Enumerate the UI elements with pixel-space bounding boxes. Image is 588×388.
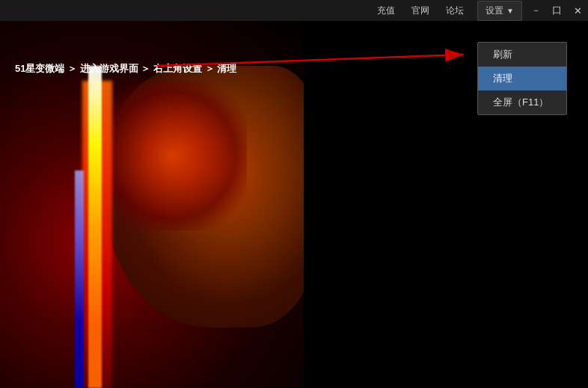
close-button[interactable]: ✕: [567, 0, 588, 21]
titlebar: 充值 官网 论坛 设置 ▼ － 口 ✕: [0, 0, 588, 21]
settings-button[interactable]: 设置 ▼: [477, 1, 522, 21]
titlebar-nav: 充值 官网 论坛: [370, 1, 471, 20]
annotation-label: 51星变微端 ＞ 进入游戏界面 ＞ 右上角设置 ＞ 清理: [15, 62, 236, 76]
settings-label: 设置: [486, 4, 503, 17]
nav-forum[interactable]: 论坛: [438, 1, 471, 20]
dropdown-item-clear[interactable]: 清理: [478, 67, 566, 90]
lava-crack: [97, 81, 247, 230]
restore-button[interactable]: 口: [546, 0, 567, 21]
dropdown-item-refresh[interactable]: 刷新: [478, 43, 566, 67]
annotation-text: 51星变微端 ＞ 进入游戏界面 ＞ 右上角设置 ＞ 清理: [15, 62, 236, 76]
dropdown-menu: 刷新 清理 全屏（F11）: [477, 42, 567, 115]
fire-column-inner: [88, 66, 102, 388]
main-content: 51星变微端 ＞ 进入游戏界面 ＞ 右上角设置 ＞ 清理 刷新 清理 全屏（F1…: [0, 21, 588, 388]
minimize-button[interactable]: －: [525, 0, 546, 21]
game-background: [0, 21, 314, 388]
fire-column-blue: [75, 170, 84, 388]
nav-recharge[interactable]: 充值: [370, 1, 402, 20]
dropdown-item-fullscreen[interactable]: 全屏（F11）: [478, 90, 566, 114]
nav-official[interactable]: 官网: [404, 1, 437, 20]
chevron-down-icon: ▼: [506, 7, 514, 15]
